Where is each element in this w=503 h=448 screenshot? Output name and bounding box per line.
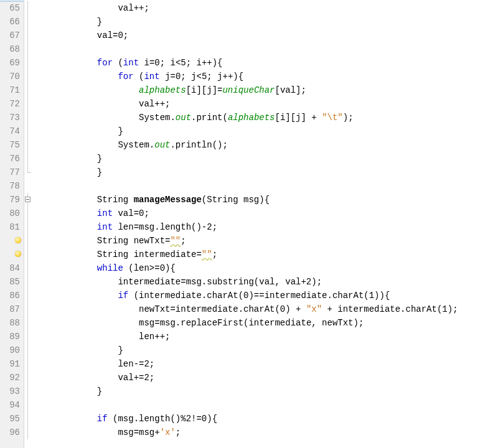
line-number: 69 <box>0 56 24 70</box>
code-line[interactable]: for (int j=0; j<5; j++){ <box>34 70 503 83</box>
line-number: 81 <box>0 220 24 234</box>
line-number: 91 <box>0 357 24 371</box>
hint-bulb-icon[interactable] <box>0 234 24 248</box>
line-number: 68 <box>0 42 24 56</box>
code-token: ; <box>212 250 217 259</box>
code-line[interactable]: String newTxt=""; <box>34 234 503 248</box>
code-area[interactable]: val++; } val=0; for (int i=0; i<5; i++){… <box>32 0 503 448</box>
hint-bulb-icon[interactable] <box>0 248 24 261</box>
code-token: while <box>97 263 123 273</box>
code-line[interactable]: val+=2; <box>34 371 503 385</box>
code-token: [val]; <box>275 85 306 95</box>
code-line[interactable]: System.out.print(alphabets[i][j] + "\t")… <box>34 111 503 124</box>
fold-column[interactable] <box>24 0 32 448</box>
code-line[interactable]: intermediate=msg.substring(val, val+2); <box>34 275 503 289</box>
line-number: 76 <box>0 152 24 166</box>
line-number: 96 <box>0 426 24 439</box>
code-line[interactable]: for (int i=0; i<5; i++){ <box>34 56 503 70</box>
code-token: ( <box>134 72 144 82</box>
code-line[interactable]: alphabets[i][j]=uniqueChar[val]; <box>34 83 503 97</box>
fold-guide <box>24 316 32 330</box>
code-line[interactable]: if (msg.length()%2!=0){ <box>34 412 503 426</box>
code-token: for <box>118 72 133 82</box>
code-line[interactable]: int len=msg.length()-2; <box>34 220 503 234</box>
code-token: if <box>118 291 128 301</box>
code-line[interactable]: } <box>34 166 503 179</box>
code-line[interactable] <box>34 42 503 56</box>
code-token: [i][j] + <box>275 113 322 123</box>
code-token: val=0; <box>113 208 149 218</box>
code-token: j=0; j<5; j++){ <box>160 72 243 82</box>
code-token: } <box>97 386 102 396</box>
fold-guide <box>24 70 32 83</box>
fold-guide <box>24 15 32 29</box>
line-number: 70 <box>0 70 24 83</box>
line-number: 95 <box>0 412 24 426</box>
code-line[interactable]: msg=msg.replaceFirst(intermediate, newTx… <box>34 316 503 330</box>
code-line[interactable]: while (len>=0){ <box>34 261 503 275</box>
code-line[interactable]: len++; <box>34 330 503 343</box>
code-token: alphabets <box>228 113 275 123</box>
line-number: 86 <box>0 289 24 302</box>
code-line[interactable]: val++; <box>34 1 503 15</box>
code-token: String intermediate= <box>97 250 202 259</box>
line-number-gutter[interactable]: 6566676869707172737475767778798081848586… <box>0 0 24 448</box>
code-line[interactable]: String manageMessage(String msg){ <box>34 193 503 207</box>
code-token: ); <box>343 113 354 123</box>
fold-guide <box>24 261 32 275</box>
code-line[interactable] <box>34 398 503 412</box>
code-token: val++; <box>139 99 170 109</box>
code-line[interactable]: int val=0; <box>34 207 503 220</box>
code-line[interactable]: } <box>34 15 503 29</box>
code-token: i=0; i<5; i++){ <box>139 58 222 68</box>
code-line[interactable] <box>34 179 503 193</box>
code-line[interactable]: System.out.println(); <box>34 138 503 152</box>
code-token: len++; <box>139 332 170 342</box>
line-number: 89 <box>0 330 24 343</box>
line-number: 93 <box>0 385 24 398</box>
code-line[interactable]: val=0; <box>34 29 503 42</box>
code-token: String newTxt= <box>97 236 171 246</box>
code-token: System. <box>118 140 154 150</box>
code-line[interactable]: } <box>34 343 503 357</box>
code-token: int <box>97 208 113 218</box>
line-number: 80 <box>0 207 24 220</box>
line-number: 78 <box>0 179 24 193</box>
code-line[interactable]: newTxt=intermediate.charAt(0) + "x" + in… <box>34 302 503 316</box>
code-line[interactable]: if (intermediate.charAt(0)==intermediate… <box>34 289 503 302</box>
code-token: out <box>154 140 170 150</box>
line-number: 65 <box>0 1 24 15</box>
code-line[interactable]: String intermediate=""; <box>34 248 503 261</box>
fold-guide <box>24 412 32 426</box>
code-token: .print( <box>191 113 228 123</box>
line-number: 77 <box>0 166 24 179</box>
fold-guide <box>24 234 32 248</box>
code-line[interactable]: } <box>34 385 503 398</box>
code-line[interactable]: msg=msg+'x'; <box>34 426 503 439</box>
line-number: 75 <box>0 138 24 152</box>
code-token: msg=msg+ <box>118 427 159 437</box>
fold-toggle-icon[interactable] <box>24 193 32 207</box>
code-token: len=msg.length()-2; <box>113 222 217 232</box>
code-line[interactable]: } <box>34 124 503 138</box>
code-line[interactable]: } <box>34 152 503 166</box>
code-token: manageMessage <box>134 195 202 205</box>
fold-guide <box>24 275 32 289</box>
code-token: intermediate=msg.substring(val, val+2); <box>118 277 322 287</box>
code-token: (msg.length()%2!=0){ <box>108 414 217 424</box>
fold-guide <box>24 1 32 15</box>
code-token: uniqueChar <box>222 85 275 95</box>
code-token: ( <box>113 58 123 68</box>
fold-guide <box>24 385 32 398</box>
code-token: "" <box>170 236 181 246</box>
code-token: String <box>97 195 134 205</box>
fold-guide <box>24 289 32 302</box>
code-line[interactable]: val++; <box>34 97 503 111</box>
code-token: if <box>97 414 108 424</box>
code-line[interactable]: len-=2; <box>34 357 503 371</box>
code-editor[interactable]: 6566676869707172737475767778798081848586… <box>0 0 503 448</box>
fold-guide <box>24 97 32 111</box>
fold-guide <box>24 111 32 124</box>
fold-guide <box>24 56 32 70</box>
fold-guide <box>24 124 32 138</box>
